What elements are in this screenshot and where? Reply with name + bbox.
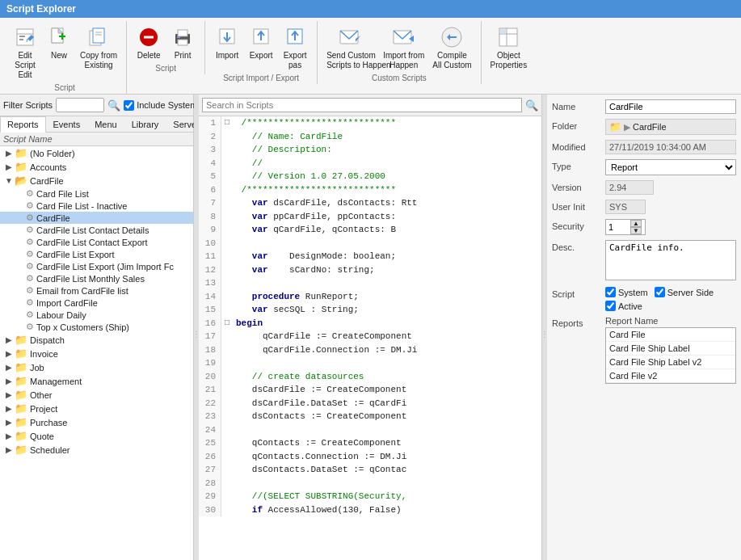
tree-item-import-cardfile[interactable]: ⚙ Import CardFile: [0, 297, 193, 309]
tree-item-quote[interactable]: ▶ 📁 Quote: [0, 429, 193, 443]
expander-scheduler[interactable]: ▶: [3, 445, 15, 454]
expander-job[interactable]: ▶: [3, 363, 15, 372]
tree-item-contact-details[interactable]: ⚙ CardFile List Contact Details: [0, 224, 193, 236]
name-input[interactable]: [605, 99, 736, 114]
tree-item-management[interactable]: ▶ 📁 Management: [0, 374, 193, 388]
tree-item-project[interactable]: ▶ 📁 Project: [0, 402, 193, 415]
card-file-list-inactive-label: Card File List - Inactive: [36, 201, 127, 211]
tree-item-monthly[interactable]: ⚙ CardFile List Monthly Sales: [0, 272, 193, 284]
serverside-checkbox[interactable]: [655, 287, 665, 297]
search-input[interactable]: [202, 98, 522, 112]
tree-item-top-x[interactable]: ⚙ Top x Customers (Ship): [0, 321, 193, 333]
expander-other[interactable]: ▶: [3, 390, 15, 399]
toolbar-group-properties: ObjectProperties: [482, 21, 537, 75]
expander-dispatch[interactable]: ▶: [3, 335, 15, 344]
tree-item-cardfile-folder[interactable]: ▼ 📂 CardFile: [0, 174, 193, 187]
object-properties-button[interactable]: ObjectProperties: [486, 23, 532, 72]
send-custom-button[interactable]: Send CustomScripts to Happen: [322, 23, 379, 72]
tree-item-invoice[interactable]: ▶ 📁 Invoice: [0, 347, 193, 360]
tree-item-list-export[interactable]: ⚙ CardFile List Export: [0, 248, 193, 260]
search-scripts-icon: 🔍: [522, 99, 538, 112]
export-button[interactable]: Export: [244, 23, 278, 62]
reports-list: Card File Card File Ship Label Card File…: [605, 327, 736, 384]
system-checkbox[interactable]: [605, 287, 616, 297]
object-properties-label: ObjectProperties: [490, 51, 528, 70]
type-select[interactable]: Report Script Function: [605, 159, 736, 175]
include-system-checkbox[interactable]: Include System: [124, 100, 197, 111]
prop-modified-row: Modified: [552, 140, 736, 154]
report-item-card-file[interactable]: Card File: [606, 328, 735, 342]
import-happen-button[interactable]: Import fromHappen: [379, 23, 428, 72]
tree-item-purchase[interactable]: ▶ 📁 Purchase: [0, 415, 193, 429]
print-icon: [170, 24, 196, 50]
prop-desc-row: Desc. CardFile info.: [552, 240, 736, 282]
tree-item-no-folder[interactable]: ▶ 📁 (No Folder): [0, 146, 193, 160]
title-text: Script Explorer: [6, 3, 76, 15]
left-panel: Filter Scripts 🔍 Include System Reports …: [0, 95, 194, 560]
tab-events[interactable]: Events: [46, 116, 88, 132]
right-panel: Name Folder 📁 ▶ CardFile Modified: [547, 95, 741, 560]
expander-no-folder[interactable]: ▶: [3, 149, 15, 158]
jim-export-label: CardFile List Export (Jim Import Fc: [36, 262, 174, 272]
print-button[interactable]: Print: [166, 23, 200, 62]
active-checkbox[interactable]: [605, 301, 616, 311]
export-label: Export: [250, 51, 273, 61]
tree-item-cardfile-selected[interactable]: ⚙ CardFile: [0, 212, 193, 224]
copy-from-existing-button[interactable]: Copy fromExisting: [76, 23, 121, 72]
tree-item-accounts[interactable]: ▶ 📁 Accounts: [0, 160, 193, 174]
tree-item-job[interactable]: ▶ 📁 Job: [0, 360, 193, 374]
expander-quote[interactable]: ▶: [3, 432, 15, 440]
expander-purchase[interactable]: ▶: [3, 418, 15, 427]
expander-project[interactable]: ▶: [3, 404, 15, 413]
report-item-ship-label[interactable]: Card File Ship Label: [606, 342, 735, 356]
script-icon-contact-details: ⚙: [26, 225, 34, 235]
filter-bar: Filter Scripts 🔍 Include System: [0, 95, 193, 116]
active-check[interactable]: Active: [605, 301, 736, 311]
monthly-label: CardFile List Monthly Sales: [36, 274, 145, 284]
tree-item-card-file-list-inactive[interactable]: ⚙ Card File List - Inactive: [0, 200, 193, 212]
copy-icon: [86, 24, 112, 50]
delete-button[interactable]: Delete: [132, 23, 166, 62]
expander-cardfile[interactable]: ▼: [3, 176, 15, 185]
report-item-card-file-v2[interactable]: Card File v2: [606, 369, 735, 383]
edit-script-button[interactable]: EditScriptEdit: [8, 23, 42, 82]
tree-item-contact-export[interactable]: ⚙ CardFile List Contact Export: [0, 236, 193, 248]
report-item-ship-label-v2[interactable]: Card File Ship Label v2: [606, 356, 735, 369]
tree-item-card-file-list[interactable]: ⚙ Card File List: [0, 187, 193, 200]
compile-all-button[interactable]: CompileAll Custom: [428, 23, 475, 72]
security-down-btn[interactable]: ▼: [630, 227, 642, 234]
import-button[interactable]: Import: [210, 23, 244, 62]
userinit-value-container: [605, 200, 736, 214]
tree-item-other[interactable]: ▶ 📁 Other: [0, 388, 193, 402]
tree-item-scheduler[interactable]: ▶ 📁 Scheduler: [0, 443, 193, 457]
quote-label: Quote: [30, 432, 54, 441]
tab-library[interactable]: Library: [124, 116, 166, 132]
expander-management[interactable]: ▶: [3, 377, 15, 385]
export-pas-button[interactable]: Exportpas: [278, 23, 312, 72]
tab-reports[interactable]: Reports: [0, 116, 46, 133]
script-icon-top-x: ⚙: [26, 322, 34, 332]
tree-item-labour[interactable]: ⚙ Labour Daily: [0, 309, 193, 321]
filter-input[interactable]: [56, 98, 104, 112]
prop-userinit-row: User Init: [552, 200, 736, 214]
toolbar-group-label-4: Custom Scripts: [372, 74, 427, 82]
code-editor[interactable]: 1□ /**************************** 2 // Na…: [199, 116, 541, 560]
security-up-btn[interactable]: ▲: [630, 220, 642, 227]
tree-item-email[interactable]: ⚙ Email from CardFile list: [0, 284, 193, 297]
expander-invoice[interactable]: ▶: [3, 349, 15, 358]
desc-textarea[interactable]: CardFile info.: [605, 240, 736, 280]
tab-menu[interactable]: Menu: [87, 116, 124, 132]
script-icon-list-export: ⚙: [26, 249, 34, 259]
title-bar: Script Explorer: [0, 0, 741, 18]
new-button[interactable]: New: [42, 23, 76, 62]
tree-item-dispatch[interactable]: ▶ 📁 Dispatch: [0, 333, 193, 347]
folder-icon-management: 📁: [15, 375, 27, 387]
serverside-check[interactable]: Server Side: [655, 287, 714, 297]
system-check[interactable]: System: [605, 287, 648, 297]
svg-rect-18: [178, 40, 187, 45]
script-icon-card-file-list: ⚙: [26, 188, 34, 199]
script-icon-jim: ⚙: [26, 261, 34, 272]
expander-accounts[interactable]: ▶: [3, 162, 15, 171]
security-input[interactable]: [606, 221, 630, 233]
tree-item-jim-export[interactable]: ⚙ CardFile List Export (Jim Import Fc: [0, 260, 193, 272]
